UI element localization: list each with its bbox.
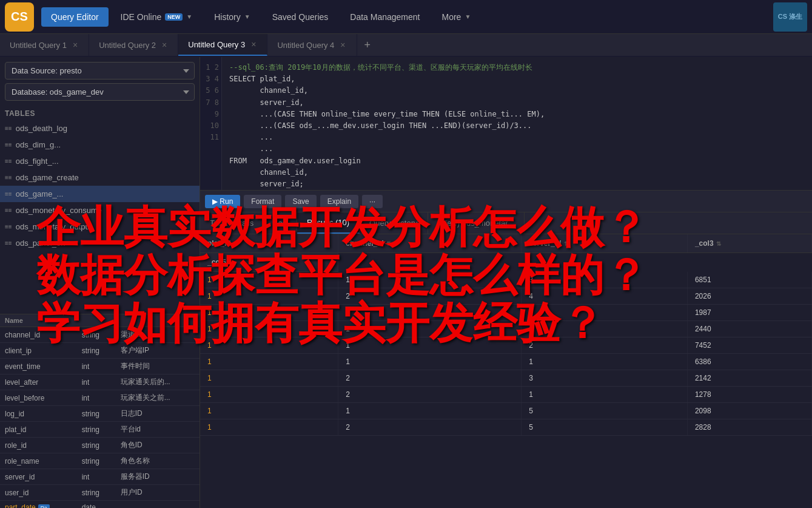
nav-arrow-icon: ▼ [244, 13, 250, 20]
cell-col3: 2026 [687, 288, 811, 305]
table-name: ods_fight_... [16, 157, 59, 166]
table-icon: ≡≡ [5, 141, 12, 148]
col-label: server_id [529, 239, 561, 248]
result-row: 1 1 2 7452 [200, 337, 812, 354]
result-row: 1 2 2 1987 [200, 305, 812, 321]
tab-tab4[interactable]: Untitled Query 4× [267, 34, 357, 56]
sub-col5-header: _col5⇅ [200, 253, 338, 272]
cell-server_id: 2 [522, 305, 688, 321]
col-header-name: Name [0, 314, 77, 327]
sort-icon[interactable]: ⇅ [564, 240, 569, 247]
tab-tab3[interactable]: Untitled Query 3× [178, 34, 267, 56]
col-type-cell: string [77, 438, 116, 453]
table-icon: ≡≡ [5, 158, 12, 164]
tab-close-icon[interactable]: × [72, 40, 79, 50]
results-tab-label: Results (10) [307, 218, 349, 227]
nav-item-query-editor[interactable]: Query Editor [41, 7, 109, 27]
table-item-t8[interactable]: ≡≡ods_panel_on [0, 235, 200, 251]
nav-label: Saved Queries [272, 12, 329, 22]
tab-label: Untitled Query 2 [99, 41, 156, 50]
sort-icon[interactable]: ⇅ [229, 259, 233, 266]
sort-icon[interactable]: ⇅ [233, 240, 238, 247]
cell-channel_id: 2 [338, 387, 522, 403]
tab-label: Untitled Query 3 [188, 40, 245, 49]
results-tab-query-history[interactable]: Query History [360, 212, 428, 234]
table-item-t7[interactable]: ≡≡ods_monetary_output [0, 218, 200, 235]
table-icon: ≡≡ [5, 240, 12, 246]
results-tab-label: Query History [369, 218, 417, 228]
table-icon: ≡≡ [5, 191, 12, 197]
cell-channel_id: 1 [338, 403, 522, 419]
table-name: ods_monetary_output [16, 222, 92, 231]
col-desc-cell: 日志ID [116, 406, 200, 422]
col-name-cell: plat_id [0, 422, 77, 438]
datasource-select[interactable]: Data Source: presto [5, 62, 195, 80]
table-item-t1[interactable]: ≡≡ods_death_log [0, 120, 200, 137]
tab-tab1[interactable]: Untitled Query 1× [0, 34, 89, 56]
col-type-cell: int [77, 359, 116, 374]
table-item-t6[interactable]: ≡≡ods_monetary_consume [0, 202, 200, 218]
col-name-cell: part_datePa [0, 501, 77, 509]
save-button[interactable]: Save [285, 195, 316, 208]
result-col-server_id: server_id⇅ [522, 234, 688, 253]
cell-channel_id: 1 [338, 321, 522, 337]
col-header-desc [116, 314, 200, 327]
tab-close-icon[interactable]: × [161, 40, 168, 50]
cell-channel_id: 2 [338, 370, 522, 387]
col-type-cell: int [77, 390, 116, 406]
result-row: 1 2 1 1278 [200, 387, 812, 403]
table-item-t2[interactable]: ≡≡ods_dim_g... [0, 137, 200, 153]
sub-col-label: _col5 [207, 258, 226, 266]
col-name-cell: user_id [0, 485, 77, 501]
column-row: level_before int 玩家通关之前... [0, 390, 200, 406]
nav-label: Query Editor [51, 12, 99, 22]
nav-item-ide-online[interactable]: IDE OnlineNEW▼ [111, 7, 203, 27]
nav-label: More [441, 12, 461, 22]
tab-close-icon[interactable]: × [339, 40, 346, 50]
nav-item-history[interactable]: History▼ [204, 7, 260, 27]
table-item-t3[interactable]: ≡≡ods_fight_... [0, 153, 200, 169]
tab-close-icon[interactable]: × [250, 39, 257, 49]
editor-content[interactable]: --sql_06:查询 2019年10月的数据，统计不同平台、渠道、区服的每天玩… [222, 57, 812, 190]
results-tab-table-details[interactable]: Table details [200, 212, 264, 234]
tabs-bar: Untitled Query 1×Untitled Query 2×Untitl… [0, 34, 812, 57]
editor-area: 1 2 3 4 5 6 7 8 9 10 11 --sql_06:查询 2019… [200, 57, 812, 191]
result-col-channel_id: channel_id⇅ [338, 234, 522, 253]
col-name-cell: event_time [0, 359, 77, 374]
nav-item-more[interactable]: More▼ [432, 7, 480, 27]
nav-item-data-management[interactable]: Data Management [340, 7, 429, 27]
cell-col3: 2440 [687, 321, 811, 337]
table-item-t4[interactable]: ≡≡ods_game_create [0, 169, 200, 186]
col-label: _col3 [695, 239, 714, 248]
table-item-t5[interactable]: ≡≡ods_game_... [0, 186, 200, 202]
nav-item-saved-queries[interactable]: Saved Queries [263, 7, 338, 27]
add-tab-button[interactable]: + [357, 39, 378, 52]
results-tab-log[interactable]: Log [264, 212, 297, 234]
table-name: ods_panel_on [16, 239, 65, 248]
explain-button[interactable]: Explain [320, 195, 358, 208]
col-name-cell: role_id [0, 438, 77, 453]
nav-arrow-icon: ▼ [186, 13, 192, 20]
table-name: ods_game_create [16, 173, 79, 182]
more-button[interactable]: ··· [362, 195, 383, 208]
cell-plat_id: 1 [200, 321, 338, 337]
cell-server_id: 5 [522, 419, 688, 436]
results-tab-results[interactable]: Results (10) [297, 212, 360, 234]
run-button[interactable]: ▶ Run [205, 195, 240, 208]
col-type-cell: date [77, 501, 116, 509]
cell-col3: 1278 [687, 387, 811, 403]
tab-tab2[interactable]: Untitled Query 2× [89, 34, 178, 56]
results-tab-label: Table details [210, 218, 253, 228]
results-area[interactable]: plat_id⇅channel_id⇅server_id⇅_col3⇅_col5… [200, 234, 812, 508]
cell-plat_id: 1 [200, 337, 338, 354]
cell-server_id: 4 [522, 288, 688, 305]
cell-server_id: 5 [522, 403, 688, 419]
col-name-cell: client_ip [0, 343, 77, 359]
sort-icon[interactable]: ⇅ [716, 240, 721, 247]
format-button[interactable]: Format [244, 195, 281, 208]
cell-server_id: 4 [522, 321, 688, 337]
sort-icon[interactable]: ⇅ [386, 240, 391, 247]
results-tab-view[interactable]: (View) ods_monetar... [428, 212, 525, 234]
database-select[interactable]: Database: ods_game_dev [5, 83, 195, 101]
column-row: role_id string 角色ID [0, 438, 200, 453]
